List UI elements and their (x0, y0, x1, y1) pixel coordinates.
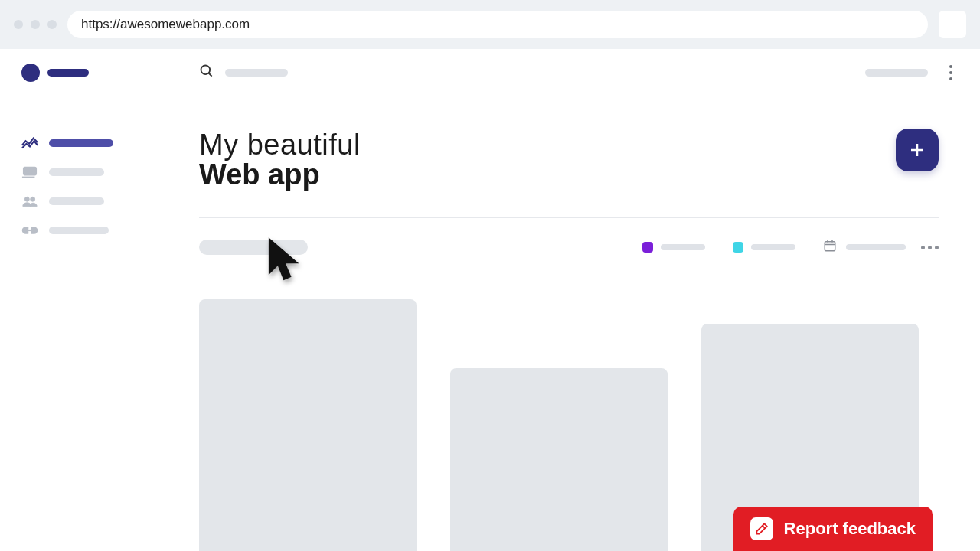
brand-logo-icon (21, 64, 40, 82)
brand[interactable] (21, 64, 199, 82)
svg-point-5 (24, 197, 29, 201)
legend-item-2[interactable] (733, 242, 795, 253)
svg-line-1 (209, 73, 212, 76)
window-controls (14, 20, 57, 29)
nav-item-links[interactable] (21, 216, 178, 245)
search[interactable] (199, 64, 288, 82)
svg-line-13 (762, 526, 764, 528)
search-icon (199, 64, 214, 82)
nav-label-placeholder (49, 139, 113, 147)
filter-overflow-menu[interactable] (921, 246, 939, 249)
page-title: My beautiful Web app (199, 129, 896, 191)
legend-item-1[interactable] (642, 242, 705, 253)
filter-row (199, 238, 939, 256)
address-bar[interactable]: https://awesomewebapp.com (67, 11, 928, 38)
analytics-icon (21, 136, 38, 150)
report-feedback-button[interactable]: Report feedback (733, 507, 933, 551)
window-max-dot[interactable] (47, 20, 57, 29)
users-icon (21, 194, 38, 208)
divider (199, 217, 939, 218)
feedback-label: Report feedback (784, 519, 916, 539)
legend-label-placeholder (661, 244, 705, 250)
svg-point-3 (28, 169, 32, 173)
svg-point-6 (31, 197, 35, 201)
billing-icon (21, 165, 38, 179)
nav-label-placeholder (49, 168, 104, 176)
date-label-placeholder (846, 244, 906, 250)
filter-dropdown[interactable] (199, 240, 308, 255)
date-filter[interactable] (823, 239, 906, 256)
window-min-dot[interactable] (31, 20, 40, 29)
nav-label-placeholder (49, 197, 104, 205)
calendar-icon (823, 239, 837, 256)
content-card-1[interactable] (199, 299, 416, 551)
edit-icon (750, 517, 773, 540)
nav-item-analytics[interactable] (21, 129, 178, 158)
header-right-placeholder (865, 69, 928, 77)
nav-label-placeholder (49, 227, 109, 234)
title-line-2: Web app (199, 158, 896, 191)
browser-chrome: https://awesomewebapp.com (0, 0, 980, 49)
app-header (0, 49, 980, 96)
address-url: https://awesomewebapp.com (81, 17, 250, 32)
legend-swatch-2 (733, 242, 743, 253)
svg-rect-9 (825, 242, 835, 251)
title-line-1: My beautiful (199, 129, 896, 161)
nav-item-billing[interactable] (21, 158, 178, 187)
add-button[interactable] (896, 129, 939, 171)
sidebar (0, 96, 199, 551)
nav-item-users[interactable] (21, 187, 178, 216)
legend-label-placeholder (751, 244, 795, 250)
brand-name-placeholder (47, 69, 89, 77)
link-icon (21, 223, 38, 237)
legend-swatch-1 (642, 242, 653, 253)
window-close-dot[interactable] (14, 20, 23, 29)
header-overflow-menu[interactable] (943, 65, 959, 80)
search-placeholder (225, 69, 288, 77)
browser-extension-slot[interactable] (939, 11, 966, 38)
svg-point-0 (201, 65, 211, 74)
main-content: My beautiful Web app (199, 96, 980, 551)
content-card-2[interactable] (450, 368, 668, 551)
